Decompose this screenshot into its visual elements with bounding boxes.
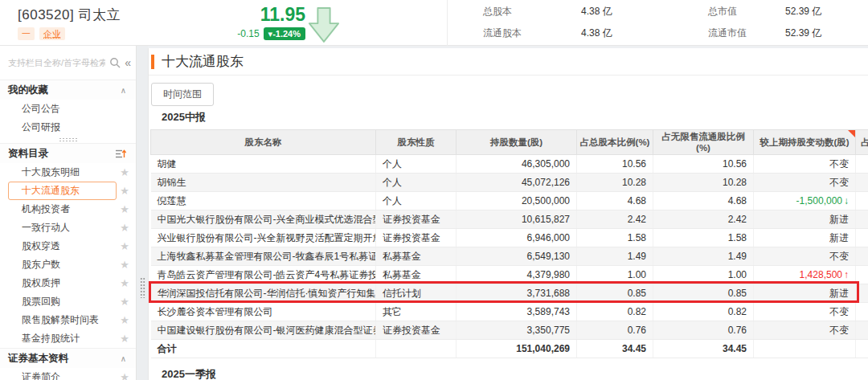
- table-cell: [856, 192, 868, 210]
- table-cell: 0.85: [577, 284, 653, 303]
- table-cell: [856, 229, 868, 247]
- section-securities[interactable]: 证券基本资料 ∧: [0, 348, 136, 368]
- collapse-sidebar-icon[interactable]: «: [125, 56, 131, 69]
- section-catalog[interactable]: 资料目录: [0, 143, 136, 163]
- change-cell: 不变: [754, 155, 856, 174]
- section-catalog-title: 资料目录: [8, 147, 48, 161]
- change-value: 1,428,500: [800, 269, 842, 280]
- table-cell: 4.68: [653, 192, 754, 210]
- panel-splitter[interactable]: [137, 46, 148, 380]
- star-icon[interactable]: ★: [120, 240, 129, 252]
- sidebar-item[interactable]: 十大流通股东★: [0, 182, 136, 200]
- table-row: 胡锦生个人45,072,12610.2810.28不变: [151, 174, 868, 192]
- table-cell: 0.76: [577, 321, 653, 340]
- table-cell: 长沙麓谷资本管理有限公司: [151, 303, 376, 321]
- sidebar-item-label: 股权穿透: [8, 237, 117, 255]
- sidebar-item[interactable]: 股东户数★: [0, 255, 136, 274]
- change-cell: 1,428,500↑: [754, 266, 856, 284]
- sidebar-item[interactable]: 股权穿透★: [0, 237, 136, 255]
- change-value: 新进: [829, 288, 849, 299]
- column-header: 股东名称: [151, 130, 376, 155]
- price-change-percent-badge: ▾-1.24%: [264, 27, 305, 40]
- table-cell: 证券投资基金: [376, 321, 457, 340]
- price-block: 11.95 -0.15 ▾-1.24%: [225, 6, 305, 40]
- table-cell: 兴业银行股份有限公司-兴全新视野灵活配置定期开放混合...: [151, 229, 376, 247]
- stock-tags: 一 企业: [18, 27, 225, 40]
- table-cell: 私募基金: [376, 247, 457, 266]
- table-cell: [856, 210, 868, 229]
- change-cell: 不变: [754, 247, 856, 266]
- table-cell: 倪莲慧: [151, 192, 376, 210]
- stat-value: 4.38 亿: [581, 5, 708, 18]
- sidebar-item-label: 一致行动人: [8, 219, 117, 237]
- stock-identity: [603520] 司太立 一 企业: [0, 6, 225, 40]
- sidebar-item[interactable]: 证券简介★: [0, 368, 136, 380]
- table-row: 倪莲慧个人20,500,0004.684.68-1,500,000↓: [151, 192, 868, 210]
- change-cell: 新进: [754, 284, 856, 303]
- star-icon[interactable]: ★: [120, 185, 129, 197]
- search-icon[interactable]: [109, 57, 121, 68]
- sidebar-resize-handle[interactable]: [0, 137, 136, 143]
- search-input[interactable]: [8, 58, 105, 67]
- splitter-handle[interactable]: [140, 277, 145, 298]
- column-header: 占无限售流通股比例(%): [653, 130, 754, 155]
- star-icon[interactable]: ★: [120, 333, 129, 345]
- sidebar-item[interactable]: 公司研报: [0, 118, 136, 137]
- sidebar-item[interactable]: 十大股东明细★: [0, 163, 136, 182]
- table-row: 华润深国投信托有限公司-华润信托·慎知资产行知集合资金...信托计划3,731,…: [151, 284, 868, 303]
- sort-list-icon[interactable]: [115, 149, 126, 159]
- table-cell: 6,549,130: [457, 247, 577, 266]
- table-cell: [856, 247, 868, 266]
- change-value: 不变: [829, 325, 849, 336]
- stat-label: 总股本: [483, 5, 581, 18]
- table-cell: 信托计划: [376, 284, 457, 303]
- star-icon[interactable]: ★: [120, 222, 129, 234]
- sidebar-item[interactable]: 一致行动人★: [0, 219, 136, 237]
- table-cell: 0.82: [653, 303, 754, 321]
- table-cell: 6,946,000: [457, 229, 577, 247]
- star-icon[interactable]: ★: [120, 166, 129, 178]
- star-icon[interactable]: ★: [120, 371, 129, 380]
- table-cell: 34.45: [577, 340, 653, 358]
- section-favorites[interactable]: 我的收藏 ∧: [0, 80, 136, 100]
- stock-header: [603520] 司太立 一 企业 11.95 -0.15 ▾-1.24% 总股…: [0, 0, 868, 46]
- sidebar-item[interactable]: 机构投资者★: [0, 200, 136, 219]
- table-cell: 青岛皓云资产管理有限公司-皓云资产4号私募证券投资基金: [151, 266, 376, 284]
- change-value: 不变: [829, 177, 849, 188]
- sidebar-item[interactable]: 公司公告: [0, 100, 136, 118]
- sidebar-item-label: 公司研报: [8, 118, 129, 137]
- stat-value: 52.39 亿: [785, 27, 868, 40]
- table-cell: 1.00: [653, 266, 754, 284]
- table-row: 兴业银行股份有限公司-兴全新视野灵活配置定期开放混合...证券投资基金6,946…: [151, 229, 868, 247]
- time-range-button[interactable]: 时间范围: [151, 83, 214, 106]
- stock-code-name: [603520] 司太立: [18, 6, 225, 24]
- sidebar-item[interactable]: 股票回购★: [0, 292, 136, 311]
- sidebar-item[interactable]: 限售股解禁时间表★: [0, 311, 136, 329]
- table-cell: 10,615,827: [457, 210, 577, 229]
- price-change-row: -0.15 ▾-1.24%: [225, 27, 305, 40]
- table-row: 合计151,040,26934.4534.45: [151, 340, 868, 358]
- table-row: 长沙麓谷资本管理有限公司其它3,589,7430.820.82不变: [151, 303, 868, 321]
- table-cell: 华润深国投信托有限公司-华润信托·慎知资产行知集合资金...: [151, 284, 376, 303]
- table-cell: 胡健: [151, 155, 376, 174]
- sidebar-item[interactable]: 股权质押★: [0, 274, 136, 292]
- sidebar-item-label: 证券简介: [8, 368, 117, 380]
- sidebar-search-row: «: [0, 46, 136, 80]
- next-report-period: 2025一季报: [162, 367, 868, 380]
- table-cell: 10.56: [577, 155, 653, 174]
- table-cell: 1.58: [653, 229, 754, 247]
- table-cell: [856, 155, 868, 174]
- tag-company[interactable]: 企业: [39, 27, 65, 40]
- tag-minus: 一: [18, 27, 35, 40]
- star-icon[interactable]: ★: [120, 203, 129, 215]
- sidebar-item[interactable]: 基金持股统计★: [0, 329, 136, 348]
- table-header-row: 股东名称股东性质持股数量(股)占总股本比例(%)占无限售流通股比例(%)较上期持…: [151, 130, 868, 155]
- star-icon[interactable]: ★: [120, 277, 129, 289]
- table-cell: 1.58: [577, 229, 653, 247]
- star-icon[interactable]: ★: [120, 259, 129, 271]
- table-cell: 2.42: [653, 210, 754, 229]
- securities-items: 证券简介★: [0, 368, 136, 380]
- star-icon[interactable]: ★: [120, 296, 129, 308]
- star-icon[interactable]: ★: [120, 314, 129, 326]
- table-cell: [856, 284, 868, 303]
